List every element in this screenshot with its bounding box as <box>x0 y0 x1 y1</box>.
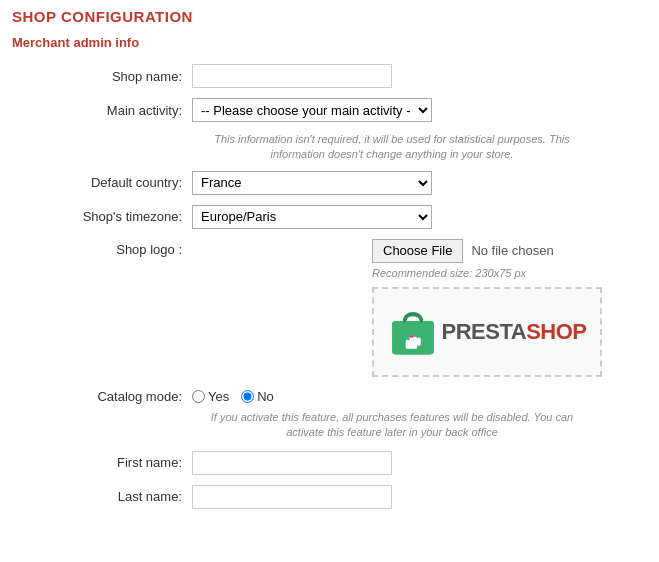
svg-rect-7 <box>409 336 413 338</box>
catalog-no-label[interactable]: No <box>241 389 274 404</box>
shop-logo-row: Shop logo : Choose File No file chosen R… <box>12 239 647 377</box>
recommended-size-text: Recommended size: 230x75 px <box>372 267 526 279</box>
last-name-row: Last name: <box>12 485 647 509</box>
no-file-label: No file chosen <box>471 243 553 258</box>
last-name-input[interactable] <box>192 485 392 509</box>
svg-rect-6 <box>405 343 416 349</box>
catalog-no-radio[interactable] <box>241 390 254 403</box>
presta-word: PRESTA <box>442 319 527 345</box>
catalog-no-text: No <box>257 389 274 404</box>
shop-name-row: Shop name: <box>12 64 647 88</box>
section-label: Merchant admin info <box>12 35 647 50</box>
catalog-radio-group: Yes No <box>192 389 274 404</box>
first-name-row: First name: <box>12 451 647 475</box>
catalog-yes-radio[interactable] <box>192 390 205 403</box>
catalog-mode-label: Catalog mode: <box>12 389 192 404</box>
prestashop-logo: PRESTASHOP <box>388 304 587 359</box>
catalog-hint-text: If you activate this feature, all purcha… <box>192 410 592 441</box>
shop-logo-label: Shop logo : <box>12 239 192 257</box>
default-country-select[interactable]: France <box>192 171 432 195</box>
main-activity-label: Main activity: <box>12 103 192 118</box>
bag-icon <box>388 304 438 359</box>
file-input-row: Choose File No file chosen <box>372 239 554 263</box>
main-activity-select[interactable]: -- Please choose your main activity -- <box>192 98 432 122</box>
logo-area: Choose File No file chosen Recommended s… <box>372 239 602 377</box>
catalog-yes-text: Yes <box>208 389 229 404</box>
default-country-row: Default country: France <box>12 171 647 195</box>
page-title: SHOP CONFIGURATION <box>12 8 647 25</box>
first-name-input[interactable] <box>192 451 392 475</box>
svg-rect-4 <box>417 338 421 346</box>
main-activity-hint: This information isn't required, it will… <box>192 132 592 163</box>
shop-name-label: Shop name: <box>12 69 192 84</box>
catalog-mode-row: Catalog mode: Yes No <box>12 389 647 404</box>
timezone-select[interactable]: Europe/Paris <box>192 205 432 229</box>
choose-file-button[interactable]: Choose File <box>372 239 463 263</box>
main-activity-row: Main activity: -- Please choose your mai… <box>12 98 647 122</box>
logo-preview-area: PRESTASHOP <box>372 287 602 377</box>
last-name-label: Last name: <box>12 489 192 504</box>
timezone-label: Shop's timezone: <box>12 209 192 224</box>
catalog-yes-label[interactable]: Yes <box>192 389 229 404</box>
presta-text: PRESTASHOP <box>442 319 587 345</box>
timezone-row: Shop's timezone: Europe/Paris <box>12 205 647 229</box>
first-name-label: First name: <box>12 455 192 470</box>
default-country-label: Default country: <box>12 175 192 190</box>
shop-name-input[interactable] <box>192 64 392 88</box>
shop-word: SHOP <box>526 319 586 345</box>
